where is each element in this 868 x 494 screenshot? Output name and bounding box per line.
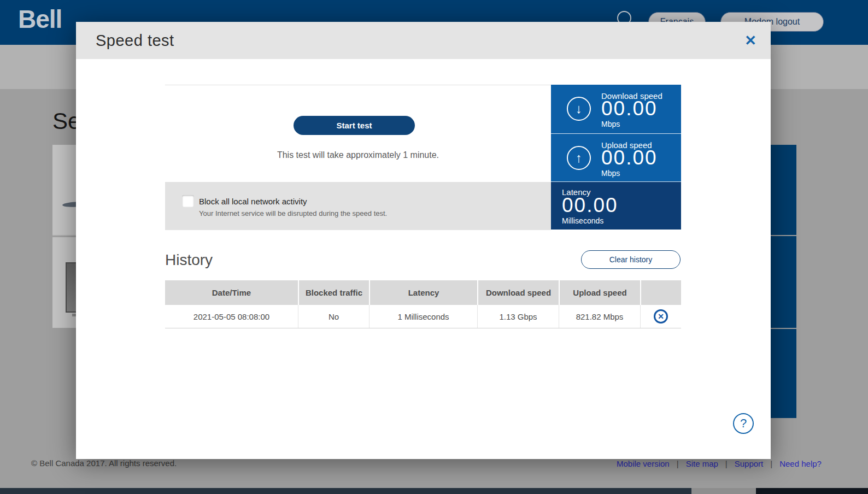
footer-link-mobile-version[interactable]: Mobile version (617, 459, 670, 468)
speed-result-panels: ↓ Download speed 00.00 Mbps ↑ Upload spe… (551, 85, 681, 230)
column-header-datetime: Date/Time (165, 280, 298, 305)
background-sidebar-tile-1 (768, 145, 796, 235)
upload-speed-unit: Mbps (601, 169, 620, 178)
test-duration-text: This test will take approximately 1 minu… (165, 150, 551, 160)
dialog-header: Speed test ✕ (76, 22, 771, 59)
delete-row-icon[interactable]: ✕ (654, 309, 668, 324)
cell-blocked-traffic: No (298, 305, 369, 328)
footer-separator: | (725, 459, 728, 468)
download-speed-unit: Mbps (601, 120, 620, 128)
footer-link-site-map[interactable]: Site map (686, 459, 718, 468)
table-row: 2021-05-05 08:08:00 No 1 Milliseconds 1.… (165, 305, 681, 328)
column-header-blocked-traffic: Blocked traffic (298, 280, 369, 305)
background-sidebar-tile-2 (768, 236, 796, 328)
latency-unit: Milliseconds (562, 216, 603, 225)
start-test-button[interactable]: Start test (294, 116, 415, 135)
history-heading: History (165, 251, 213, 269)
download-speed-panel: ↓ Download speed 00.00 Mbps (551, 85, 681, 133)
cell-datetime: 2021-05-05 08:08:00 (165, 305, 298, 328)
column-header-actions (640, 280, 681, 305)
column-header-download-speed: Download speed (477, 280, 559, 305)
footer-separator: | (677, 459, 679, 468)
upload-speed-panel: ↑ Upload speed 00.00 Mbps (551, 133, 681, 181)
latency-value: 00.00 (562, 194, 618, 217)
upload-speed-value: 00.00 (601, 146, 658, 169)
content-divider (165, 85, 551, 85)
footer-link-support[interactable]: Support (735, 459, 764, 468)
block-traffic-option-box: Block all local network activity Your In… (165, 182, 551, 230)
column-header-latency: Latency (369, 280, 477, 305)
download-speed-value: 00.00 (601, 97, 658, 120)
background-sidebar-tile-3 (768, 329, 796, 418)
clear-history-button[interactable]: Clear history (581, 250, 681, 269)
block-traffic-description: Your Internet service will be disrupted … (199, 209, 387, 217)
bell-logo[interactable]: Bell (18, 4, 62, 34)
close-icon[interactable]: ✕ (744, 31, 756, 50)
dialog-title: Speed test (96, 22, 174, 59)
cell-upload-speed: 821.82 Mbps (559, 305, 640, 328)
footer-separator: | (770, 459, 772, 468)
speed-test-dialog: Speed test ✕ Start test This test will t… (76, 22, 771, 459)
latency-panel: Latency 00.00 Milliseconds (551, 181, 681, 230)
page-root: Bell Français Modem logout Se © Bell Can… (0, 0, 868, 494)
cell-actions: ✕ (640, 305, 681, 328)
column-header-upload-speed: Upload speed (559, 280, 640, 305)
block-traffic-checkbox[interactable] (182, 195, 194, 207)
history-table: Date/Time Blocked traffic Latency Downlo… (165, 280, 681, 328)
arrow-down-icon: ↓ (567, 97, 591, 121)
block-traffic-label: Block all local network activity (199, 197, 307, 206)
history-table-header: Date/Time Blocked traffic Latency Downlo… (165, 280, 681, 305)
bottom-strip-segment-light (691, 488, 756, 494)
footer-links: Mobile version | Site map | Support | Ne… (617, 459, 822, 468)
bottom-strip-segment-dark (756, 488, 868, 494)
help-icon[interactable]: ? (733, 413, 754, 434)
bottom-footer-strip (0, 488, 868, 494)
cell-download-speed: 1.13 Gbps (477, 305, 559, 328)
arrow-up-icon: ↑ (567, 146, 591, 170)
cell-latency: 1 Milliseconds (369, 305, 477, 328)
copyright-text: © Bell Canada 2017. All rights reserved. (31, 458, 177, 468)
footer-link-need-help[interactable]: Need help? (779, 459, 822, 468)
